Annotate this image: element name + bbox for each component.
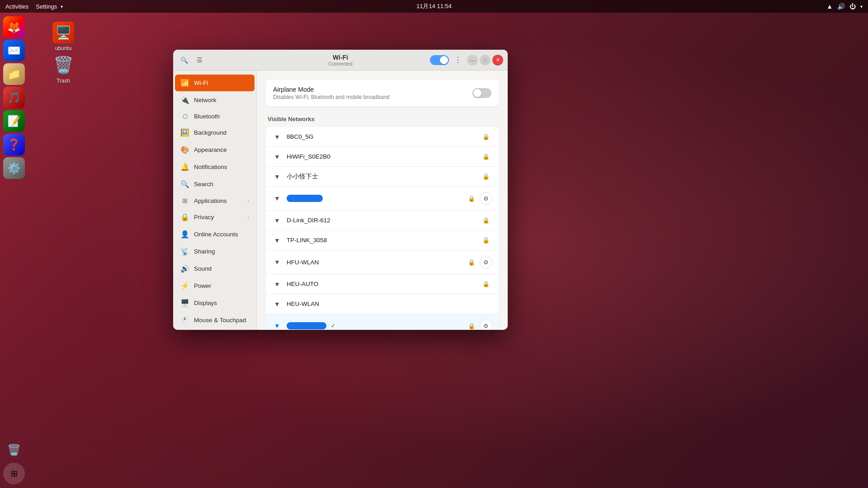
hamburger-icon: ☰ bbox=[197, 56, 203, 64]
network-name-8bc0: 8BC0_5G bbox=[287, 133, 482, 140]
airplane-mode-title: Airplane Mode bbox=[273, 86, 472, 93]
titlebar-center: Wi-Fi Connected bbox=[328, 54, 352, 66]
wifi-signal-icon-hiwifi: ▼ bbox=[272, 153, 282, 160]
network-item-dlink[interactable]: ▼ D-Link_DIR-612 🔒 bbox=[266, 211, 499, 230]
sidebar-item-appearance[interactable]: 🎨 Appearance bbox=[175, 141, 255, 158]
network-icon: 🔌 bbox=[180, 96, 189, 104]
wifi-signal-icon-hfu: ▼ bbox=[272, 258, 282, 266]
dock-files[interactable]: 📁 bbox=[3, 63, 25, 85]
minimize-button[interactable]: — bbox=[467, 55, 478, 66]
titlebar-dots-button[interactable]: ⋮ bbox=[452, 54, 464, 66]
sidebar-item-displays[interactable]: 🖥️ Displays bbox=[175, 295, 255, 311]
network-item-hfu-wlan[interactable]: ▼ HFU-WLAN 🔒 ⚙ bbox=[266, 250, 499, 274]
sidebar-item-privacy[interactable]: 🔒 Privacy › bbox=[175, 209, 255, 225]
dock-trash[interactable]: 🗑️ bbox=[3, 439, 25, 461]
dock-firefox[interactable]: 🦊 bbox=[3, 16, 25, 38]
sidebar-notifications-label: Notifications bbox=[194, 164, 227, 170]
sidebar-displays-label: Displays bbox=[194, 300, 217, 306]
ubuntu-icon-img: 🖥️ bbox=[52, 22, 74, 43]
lock-icon-connected2: 🔒 bbox=[468, 323, 475, 329]
network-actions-heu-auto: 🔒 bbox=[482, 281, 492, 287]
lock-icon-dlink: 🔒 bbox=[482, 217, 490, 224]
sidebar-item-bluetooth[interactable]: ⬡ Bluetooth bbox=[175, 109, 255, 124]
visible-networks-title: Visible Networks bbox=[266, 116, 499, 122]
titlebar-search-button[interactable]: 🔍 bbox=[178, 54, 190, 66]
sidebar-mouse-label: Mouse & Touchpad bbox=[194, 317, 246, 324]
network-item-hiwifi[interactable]: ▼ HiWiFi_S0E2B0 🔒 bbox=[266, 147, 499, 167]
desktop-icon-trash[interactable]: 🗑️ Trash bbox=[45, 54, 81, 84]
airplane-mode-info: Airplane Mode Disables Wi-Fi, Bluetooth … bbox=[273, 86, 472, 100]
network-actions-dlink: 🔒 bbox=[482, 217, 492, 224]
network-item-xiaoxiao[interactable]: ▼ 小小怪下士 🔒 bbox=[266, 167, 499, 187]
topbar-menu-arrow[interactable]: ▾ bbox=[860, 4, 863, 9]
close-button[interactable]: ✕ bbox=[492, 55, 503, 66]
network-actions-8bc0: 🔒 bbox=[482, 133, 492, 140]
dock-help[interactable]: ❓ bbox=[3, 134, 25, 155]
desktop-icon-ubuntu[interactable]: 🖥️ ubuntu bbox=[45, 22, 81, 52]
sidebar-item-sound[interactable]: 🔊 Sound bbox=[175, 260, 255, 277]
dock-rhythmbox[interactable]: 🎵 bbox=[3, 87, 25, 108]
network-settings-button-connected2[interactable]: ⚙ bbox=[480, 319, 492, 330]
sidebar-network-label: Network bbox=[194, 97, 217, 103]
app-dropdown-icon[interactable]: ▾ bbox=[61, 4, 63, 9]
sidebar-sharing-label: Sharing bbox=[194, 248, 215, 255]
topbar-right: ▲ 🔊 ⏻ ▾ bbox=[826, 3, 863, 10]
network-item-connected1[interactable]: ▼ 🔒 ⚙ bbox=[266, 187, 499, 211]
sidebar-item-network[interactable]: 🔌 Network bbox=[175, 92, 255, 108]
lock-icon-8bc0: 🔒 bbox=[482, 133, 490, 140]
sidebar: 📶 Wi-Fi 🔌 Network ⬡ Bluetooth 🖼️ Backgro… bbox=[173, 70, 257, 330]
wifi-signal-icon-heu-auto: ▼ bbox=[272, 281, 282, 288]
dock-settings[interactable]: ⚙️ bbox=[3, 157, 25, 179]
maximize-icon: □ bbox=[484, 57, 487, 63]
titlebar-left: 🔍 ☰ bbox=[178, 54, 206, 66]
sidebar-item-power[interactable]: ⚡ Power bbox=[175, 277, 255, 294]
dock-thunderbird[interactable]: ✉️ bbox=[3, 40, 25, 61]
dock: 🦊 ✉️ 📁 🎵 📝 ❓ ⚙️ 🗑️ ⊞ bbox=[0, 13, 28, 488]
network-item-connected2[interactable]: ▼ ✓ 🔒 ⚙ bbox=[266, 314, 499, 330]
app-label: Settings bbox=[36, 3, 57, 10]
network-settings-button-connected1[interactable]: ⚙ bbox=[480, 192, 492, 205]
network-item-heu-wlan[interactable]: ▼ HEU-WLAN bbox=[266, 294, 499, 314]
network-item-heu-auto[interactable]: ▼ HEU-AUTO 🔒 bbox=[266, 274, 499, 294]
wifi-signal-icon-connected2: ▼ bbox=[272, 322, 282, 329]
network-item-tplink[interactable]: ▼ TP-LINK_3058 🔒 bbox=[266, 230, 499, 250]
sidebar-online-accounts-label: Online Accounts bbox=[194, 231, 238, 238]
power-sidebar-icon: ⚡ bbox=[180, 282, 189, 290]
power-icon[interactable]: ⏻ bbox=[849, 3, 856, 10]
sidebar-item-search[interactable]: 🔍 Search bbox=[175, 176, 255, 192]
datetime: 11月14 11:54 bbox=[416, 3, 452, 9]
sidebar-privacy-label: Privacy bbox=[194, 214, 214, 221]
network-name-hfu: HFU-WLAN bbox=[287, 259, 468, 266]
network-actions-connected1: 🔒 ⚙ bbox=[468, 192, 492, 205]
network-actions-hfu: 🔒 ⚙ bbox=[468, 256, 492, 268]
notifications-icon: 🔔 bbox=[180, 163, 189, 171]
titlebar-menu-button[interactable]: ☰ bbox=[193, 54, 206, 66]
airplane-toggle-knob bbox=[473, 89, 481, 97]
sidebar-item-keyboard[interactable]: ⌨️ Keyboard Shortcuts bbox=[175, 329, 255, 330]
wifi-master-toggle[interactable] bbox=[430, 55, 449, 65]
airplane-mode-toggle[interactable] bbox=[472, 88, 491, 98]
network-item-8bc0[interactable]: ▼ 8BC0_5G 🔒 bbox=[266, 127, 499, 147]
network-name-xiaoxiao: 小小怪下士 bbox=[287, 173, 482, 181]
network-name-connected2: ✓ bbox=[287, 322, 468, 329]
wifi-status-icon: ▲ bbox=[826, 3, 833, 10]
sidebar-item-applications[interactable]: ⊞ Applications › bbox=[175, 193, 255, 208]
sidebar-item-mouse-touchpad[interactable]: 🖱️ Mouse & Touchpad bbox=[175, 312, 255, 328]
sidebar-item-wifi[interactable]: 📶 Wi-Fi bbox=[175, 75, 255, 91]
sidebar-item-online-accounts[interactable]: 👤 Online Accounts bbox=[175, 226, 255, 243]
search-icon: 🔍 bbox=[180, 56, 188, 64]
volume-icon[interactable]: 🔊 bbox=[837, 3, 845, 10]
network-settings-button-hfu[interactable]: ⚙ bbox=[480, 256, 492, 268]
maximize-button[interactable]: □ bbox=[480, 55, 491, 66]
sidebar-item-sharing[interactable]: 📡 Sharing bbox=[175, 243, 255, 260]
trash-icon-img: 🗑️ bbox=[52, 54, 74, 76]
activities-label[interactable]: Activities bbox=[5, 3, 28, 10]
sound-icon: 🔊 bbox=[180, 264, 189, 273]
sidebar-item-background[interactable]: 🖼️ Background bbox=[175, 124, 255, 141]
sidebar-item-notifications[interactable]: 🔔 Notifications bbox=[175, 159, 255, 175]
blue-bar-connected2 bbox=[287, 322, 326, 329]
airplane-mode-description: Disables Wi-Fi, Bluetooth and mobile bro… bbox=[273, 94, 472, 100]
dock-apps-grid[interactable]: ⊞ bbox=[3, 463, 25, 484]
dock-libreoffice[interactable]: 📝 bbox=[3, 110, 25, 132]
lock-icon-hfu: 🔒 bbox=[468, 259, 475, 266]
